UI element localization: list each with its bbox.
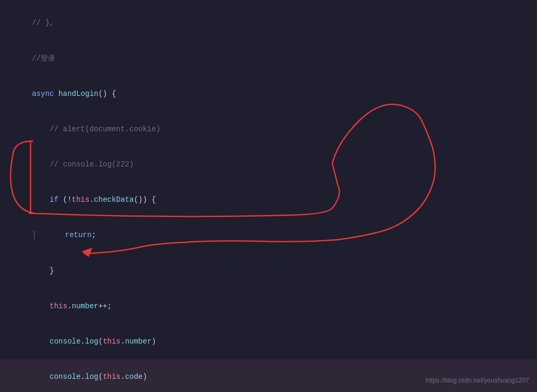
code-line-2: //登录	[0, 41, 537, 76]
code-line-4: // alert(document.cookie)	[0, 112, 537, 147]
code-line-6: if (!this.checkData()) {	[0, 182, 537, 218]
code-line-1: // },	[0, 5, 537, 41]
comment-text: // },	[32, 18, 54, 27]
watermark: https://blog.csdn.net/youshuang1207	[426, 376, 529, 386]
code-line-10: console.log(this.number)	[0, 324, 537, 359]
code-line-5: // console.log(222)	[0, 147, 537, 182]
code-line-3: async handLogin() {	[0, 76, 537, 111]
punct: () {	[98, 90, 116, 98]
func-name: handLogin	[59, 90, 99, 98]
comment-console222: // console.log(222)	[32, 160, 133, 169]
code-editor: // }, //登录 async handLogin() { // alert(…	[0, 0, 537, 392]
code-line-7: │ return;	[0, 218, 537, 253]
code-line-9: this.number++;	[0, 288, 537, 324]
comment-login: //登录	[32, 54, 55, 63]
comment-alert: // alert(document.cookie)	[32, 125, 160, 133]
code-line-8: }	[0, 253, 537, 288]
keyword-async: async	[32, 90, 58, 98]
